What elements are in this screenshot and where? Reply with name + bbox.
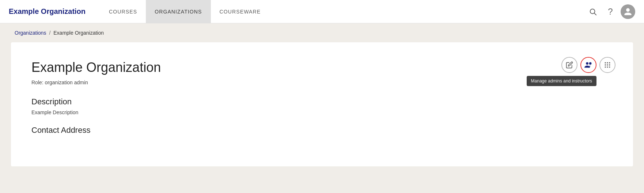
help-button[interactable]: ? xyxy=(603,4,618,19)
manage-admins-button[interactable] xyxy=(580,57,596,73)
nav-link-courses[interactable]: COURSES xyxy=(100,0,146,23)
search-button[interactable] xyxy=(586,4,600,19)
breadcrumb-separator: / xyxy=(49,30,50,36)
svg-point-2 xyxy=(586,62,588,65)
more-options-button[interactable] xyxy=(599,57,615,73)
account-button[interactable] xyxy=(621,4,635,19)
svg-point-5 xyxy=(607,62,608,63)
description-title: Description xyxy=(31,97,613,107)
svg-point-8 xyxy=(607,64,608,65)
org-role: Role: organization admin xyxy=(31,80,613,85)
top-nav: Example Organization COURSES ORGANIZATIO… xyxy=(0,0,644,23)
contact-title: Contact Address xyxy=(31,126,613,135)
nav-link-courseware[interactable]: COURSEWARE xyxy=(211,0,270,23)
top-nav-actions: ? xyxy=(586,4,635,19)
svg-line-1 xyxy=(594,13,596,15)
nav-link-organizations[interactable]: ORGANIZATIONS xyxy=(146,0,211,23)
svg-point-10 xyxy=(605,66,606,67)
breadcrumb-current: Example Organization xyxy=(53,30,104,36)
svg-point-11 xyxy=(607,66,608,67)
manage-admins-container: Manage admins and instructors xyxy=(580,57,596,73)
org-card: Example Organization Role: organization … xyxy=(11,42,633,166)
svg-point-6 xyxy=(609,62,610,63)
card-actions: Manage admins and instructors xyxy=(561,57,615,73)
svg-point-7 xyxy=(605,64,606,65)
svg-point-9 xyxy=(609,64,610,65)
svg-point-3 xyxy=(589,62,592,65)
svg-point-4 xyxy=(605,62,606,63)
app-logo: Example Organization xyxy=(9,7,86,16)
breadcrumb: Organizations / Example Organization xyxy=(0,23,644,42)
svg-point-12 xyxy=(609,66,610,67)
nav-links: COURSES ORGANIZATIONS COURSEWARE xyxy=(100,0,586,23)
description-text: Example Description xyxy=(31,109,613,115)
org-title: Example Organization xyxy=(31,60,613,75)
breadcrumb-organizations-link[interactable]: Organizations xyxy=(15,30,46,36)
edit-button[interactable] xyxy=(561,57,577,73)
